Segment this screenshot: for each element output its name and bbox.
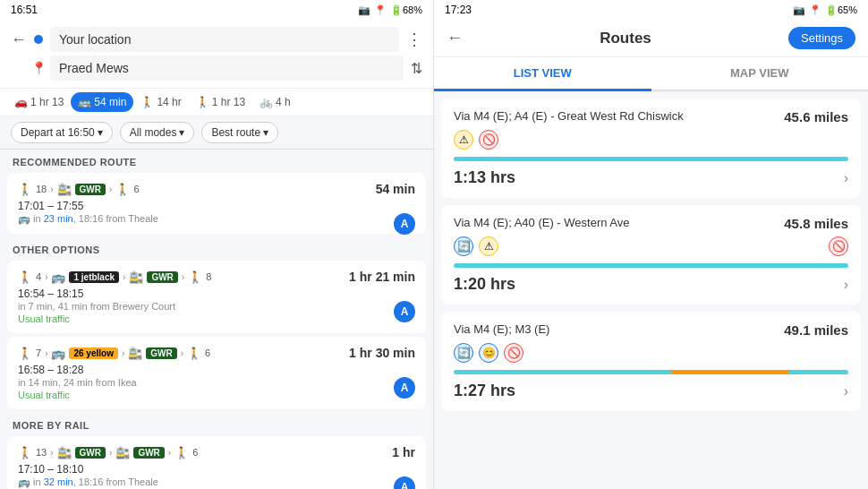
accessibility-icon-2: A bbox=[394, 301, 415, 322]
accessibility-icon-3: A bbox=[394, 377, 415, 399]
mode-tab-bus[interactable]: 🚌 54 min bbox=[71, 92, 133, 112]
chevron-3: › bbox=[844, 383, 848, 399]
chevron-1: › bbox=[844, 170, 848, 186]
depart-filter[interactable]: Depart at 16:50 ▾ bbox=[11, 122, 113, 143]
more-rail-sub: 🚌 in 32 min, 18:16 from Theale A bbox=[18, 476, 415, 488]
mode-tabs: 🚗 1 hr 13 🚌 54 min 🚶 14 hr 🚶 1 hr 13 🚲 4… bbox=[0, 89, 433, 116]
more-rail-times: 17:10 – 18:10 bbox=[18, 463, 415, 476]
more-rail-duration: 1 hr bbox=[392, 445, 415, 459]
option-2-duration: 1 hr 30 min bbox=[349, 346, 415, 360]
tab-list-view[interactable]: LIST VIEW bbox=[434, 57, 651, 91]
option-1-icons: 🚶 4 › 🚌 1 jetblack › 🚉 GWR › 🚶 8 bbox=[18, 270, 211, 284]
route-2-bar bbox=[454, 263, 848, 268]
back-button[interactable]: ← bbox=[11, 30, 27, 49]
swap-button[interactable]: ⇅ bbox=[411, 60, 422, 77]
incident-blue-3b: 😊 bbox=[479, 343, 498, 363]
origin-dot bbox=[34, 35, 43, 44]
route-2-via: Via M4 (E); A40 (E) - Western Ave bbox=[454, 216, 630, 229]
left-panel: 16:51 📷 📍 🔋68% ← ⋮ 📍 ⇅ 🚗 1 hr 13 🚌 54 mi… bbox=[0, 0, 434, 489]
option-2-times: 16:58 – 18:28 bbox=[18, 364, 415, 376]
route-2-duration: 1:20 hrs bbox=[454, 275, 515, 294]
settings-button[interactable]: Settings bbox=[788, 27, 855, 49]
route-3-via: Via M4 (E); M3 (E) bbox=[454, 322, 549, 336]
left-status-bar: 16:51 📷 📍 🔋68% bbox=[0, 0, 433, 20]
option-2-icons: 🚶 7 › 🚌 26 yellow › 🚉 GWR › 🚶 6 bbox=[18, 347, 210, 360]
routes-list: Via M4 (E); A4 (E) - Great West Rd Chisw… bbox=[434, 91, 868, 489]
incident-blue-3a: 🔄 bbox=[454, 343, 473, 363]
mode-tab-car[interactable]: 🚗 1 hr 13 bbox=[7, 92, 71, 112]
accessibility-icon-4: A bbox=[394, 476, 415, 489]
route-3-warning-segment bbox=[671, 370, 789, 374]
accessibility-icon-1: A bbox=[394, 213, 415, 235]
incident-blocked-1: 🚫 bbox=[479, 130, 498, 150]
more-by-rail-label: MORE BY RAIL bbox=[0, 413, 433, 434]
recommended-sub: 🚌 in 23 min, 18:16 from Theale A bbox=[18, 213, 415, 225]
route-1-via: Via M4 (E); A4 (E) - Great West Rd Chisw… bbox=[454, 109, 684, 123]
destination-row: 📍 ⇅ bbox=[11, 56, 422, 81]
route-1-bar bbox=[454, 157, 848, 161]
right-panel: 17:23 📷 📍 🔋65% ← Routes Settings LIST VI… bbox=[434, 0, 868, 489]
chevron-2: › bbox=[844, 277, 848, 293]
mode-tab-walk2[interactable]: 🚶 1 hr 13 bbox=[189, 92, 252, 112]
left-status-icons: 📷 📍 🔋68% bbox=[358, 4, 422, 16]
mode-tab-bike[interactable]: 🚲 4 h bbox=[252, 92, 298, 112]
left-time: 16:51 bbox=[11, 4, 38, 16]
option-1-sub: in 7 min, 41 min from Brewery Court A bbox=[18, 301, 415, 312]
destination-dot: 📍 bbox=[34, 64, 43, 73]
incident-warning-1: ⚠ bbox=[454, 130, 473, 150]
route-item-1[interactable]: Via M4 (E); A4 (E) - Great West Rd Chisw… bbox=[441, 99, 861, 198]
origin-row: ← ⋮ bbox=[11, 27, 422, 52]
recommended-duration: 54 min bbox=[376, 182, 415, 196]
right-header: ← Routes Settings bbox=[434, 20, 868, 57]
gwr-badge-2: GWR bbox=[147, 271, 177, 283]
route-list: RECOMMENDED ROUTE 🚶 18 › 🚉 GWR › 🚶 6 54 … bbox=[0, 150, 433, 489]
routes-title: Routes bbox=[472, 30, 779, 47]
option-1-traffic: Usual traffic bbox=[18, 313, 415, 324]
mode-tab-walk[interactable]: 🚶 14 hr bbox=[133, 92, 188, 112]
incident-blocked-3: 🚫 bbox=[504, 343, 523, 363]
route-1-miles: 45.6 miles bbox=[784, 109, 848, 124]
route-3-bar bbox=[454, 370, 848, 374]
option-2-card[interactable]: 🚶 7 › 🚌 26 yellow › 🚉 GWR › 🚶 6 1 hr 30 … bbox=[7, 337, 426, 409]
option-2-sub: in 14 min, 24 min from Ikea A bbox=[18, 377, 415, 388]
option-1-card[interactable]: 🚶 4 › 🚌 1 jetblack › 🚉 GWR › 🚶 8 1 hr 21… bbox=[7, 261, 426, 333]
right-status-icons: 📷 📍 🔋65% bbox=[793, 4, 857, 16]
recommended-label: RECOMMENDED ROUTE bbox=[0, 150, 433, 171]
gwr-badge-1: GWR bbox=[75, 184, 106, 195]
route-item-2[interactable]: Via M4 (E); A40 (E) - Western Ave 45.8 m… bbox=[441, 205, 861, 305]
right-status-bar: 17:23 📷 📍 🔋65% bbox=[434, 0, 868, 20]
route-item-3[interactable]: Via M4 (E); M3 (E) 49.1 miles 🔄 😊 🚫 1:27… bbox=[441, 312, 861, 411]
recommended-route-icons: 🚶 18 › 🚉 GWR › 🚶 6 bbox=[18, 183, 140, 196]
more-button[interactable]: ⋮ bbox=[406, 30, 422, 49]
sort-filter[interactable]: Best route ▾ bbox=[201, 122, 278, 143]
incident-blue-2: 🔄 bbox=[454, 236, 473, 256]
filter-bar: Depart at 16:50 ▾ All modes ▾ Best route… bbox=[0, 116, 433, 150]
right-back-button[interactable]: ← bbox=[447, 29, 463, 47]
recommended-times: 17:01 – 17:55 bbox=[18, 200, 415, 212]
more-rail-icons: 🚶 13 › 🚉 GWR › 🚉 GWR › 🚶 6 bbox=[18, 446, 198, 459]
recommended-route-card[interactable]: 🚶 18 › 🚉 GWR › 🚶 6 54 min 17:01 – 17:55 … bbox=[7, 173, 426, 234]
incident-blocked-2: 🚫 bbox=[829, 236, 848, 256]
route-1-incidents: ⚠ 🚫 bbox=[454, 130, 848, 150]
tab-map-view[interactable]: MAP VIEW bbox=[651, 57, 869, 90]
origin-input[interactable] bbox=[50, 27, 399, 52]
route-3-duration: 1:27 hrs bbox=[454, 382, 515, 400]
yellow-badge: 26 yellow bbox=[69, 347, 117, 359]
destination-input[interactable] bbox=[50, 56, 404, 81]
option-1-duration: 1 hr 21 min bbox=[349, 270, 415, 284]
gwr-badge-5: GWR bbox=[133, 447, 164, 459]
jetblack-badge: 1 jetblack bbox=[69, 271, 119, 283]
search-area: ← ⋮ 📍 ⇅ bbox=[0, 20, 433, 89]
route-1-duration: 1:13 hrs bbox=[454, 168, 515, 187]
option-1-times: 16:54 – 18:15 bbox=[18, 287, 415, 300]
route-3-miles: 49.1 miles bbox=[784, 322, 848, 338]
view-tabs: LIST VIEW MAP VIEW bbox=[434, 57, 868, 91]
incident-warning-2: ⚠ bbox=[479, 236, 498, 256]
more-by-rail-card[interactable]: 🚶 13 › 🚉 GWR › 🚉 GWR › 🚶 6 1 hr 17:10 – … bbox=[7, 436, 426, 489]
gwr-badge-3: GWR bbox=[146, 347, 176, 359]
gwr-badge-4: GWR bbox=[75, 447, 106, 459]
route-3-incidents: 🔄 😊 🚫 bbox=[454, 343, 848, 363]
route-2-miles: 45.8 miles bbox=[784, 216, 848, 231]
right-time: 17:23 bbox=[445, 4, 472, 16]
modes-filter[interactable]: All modes ▾ bbox=[120, 122, 195, 143]
